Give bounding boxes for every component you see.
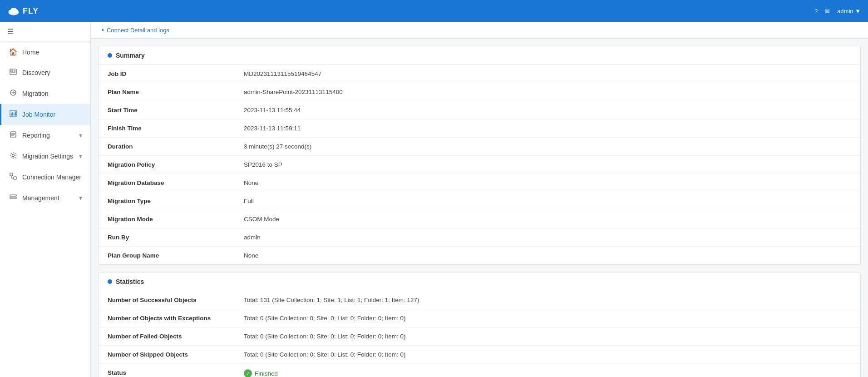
summary-row: Migration Policy SP2016 to SP: [99, 156, 860, 174]
top-navigation: FLY ? ✉ admin ▼: [0, 0, 868, 22]
summary-field-label: Migration Policy: [99, 156, 235, 174]
statistics-row: Number of Objects with Exceptions Total:…: [99, 309, 860, 327]
summary-field-label: Start Time: [99, 101, 235, 119]
summary-row: Start Time 2023-11-13 11:55:44: [99, 101, 860, 119]
summary-field-label: Migration Database: [99, 174, 235, 192]
summary-field-value: Full: [235, 192, 860, 210]
summary-row: Migration Database None: [99, 174, 860, 192]
nav-right: ? ✉ admin ▼: [814, 8, 861, 15]
user-menu[interactable]: admin ▼: [837, 8, 861, 15]
management-arrow: ▼: [78, 195, 83, 201]
sidebar-item-management[interactable]: Management ▼: [0, 188, 90, 208]
summary-field-value: 2023-11-13 11:55:44: [235, 101, 860, 119]
statistics-row: Number of Failed Objects Total: 0 (Site …: [99, 327, 860, 346]
svg-point-3: [10, 8, 17, 13]
statistics-field-label: Number of Successful Objects: [99, 291, 235, 309]
sidebar-label-reporting: Reporting: [22, 132, 74, 139]
sidebar-label-connection-manager: Connection Manager: [22, 174, 83, 181]
sidebar-label-discovery: Discovery: [22, 69, 83, 76]
summary-title: Summary: [116, 52, 145, 59]
summary-field-label: Run By: [99, 228, 235, 246]
summary-dot: [108, 53, 112, 58]
svg-point-19: [12, 154, 15, 157]
sidebar-label-migration-settings: Migration Settings: [22, 153, 74, 160]
sidebar-toggle[interactable]: ☰: [0, 22, 90, 42]
svg-rect-24: [10, 195, 16, 196]
summary-row: Migration Mode CSOM Mode: [99, 210, 860, 228]
summary-row: Plan Name admin-SharePoint-2023111311540…: [99, 83, 860, 101]
statistics-field-label: Status: [99, 364, 235, 377]
statistics-field-value: ✓ Finished: [235, 364, 860, 377]
reporting-arrow: ▼: [78, 133, 83, 138]
summary-field-value: MD20231113115519464547: [235, 65, 860, 83]
summary-field-label: Migration Mode: [99, 210, 235, 228]
summary-field-value: None: [235, 247, 860, 264]
main-content: • Connect Detail and logs Summary Job ID…: [91, 22, 868, 377]
job-monitor-icon: [9, 110, 18, 119]
summary-field-value: admin-SharePoint-20231113115400: [235, 83, 860, 101]
sidebar-label-migration: Migration: [22, 90, 83, 97]
check-icon: ✓: [244, 369, 252, 377]
sidebar: ☰ 🏠 Home Discovery Migration Job Monitor: [0, 22, 91, 377]
summary-field-value: 2023-11-13 11:59:11: [235, 119, 860, 137]
migration-settings-arrow: ▼: [78, 154, 83, 159]
statistics-field-value: Total: 0 (Site Collection: 0; Site: 0; L…: [235, 309, 860, 327]
sidebar-label-job-monitor: Job Monitor: [22, 111, 83, 118]
home-icon: 🏠: [9, 48, 18, 56]
summary-field-label: Finish Time: [99, 119, 235, 137]
mail-icon[interactable]: ✉: [825, 8, 830, 15]
summary-section: Summary Job ID MD20231113115519464547 Pl…: [98, 46, 861, 265]
summary-field-value: SP2016 to SP: [235, 156, 860, 174]
statistics-dot: [108, 279, 112, 284]
sidebar-item-reporting[interactable]: Reporting ▼: [0, 125, 90, 146]
logo-icon: [7, 5, 20, 17]
svg-rect-21: [14, 177, 16, 179]
statistics-field-value: Total: 0 (Site Collection: 0; Site: 0; L…: [235, 346, 860, 363]
svg-rect-5: [11, 70, 13, 72]
summary-field-value: None: [235, 174, 860, 192]
summary-row: Duration 3 minute(s) 27 second(s): [99, 138, 860, 156]
summary-row: Job ID MD20231113115519464547: [99, 65, 860, 83]
summary-field-label: Job ID: [99, 65, 235, 83]
statistics-rows: Number of Successful Objects Total: 131 …: [99, 291, 860, 377]
statistics-row: Status ✓ Finished: [99, 364, 860, 377]
statistics-section: Statistics Number of Successful Objects …: [98, 272, 861, 377]
summary-header: Summary: [99, 46, 860, 65]
summary-field-label: Plan Group Name: [99, 247, 235, 264]
statistics-row: Number of Successful Objects Total: 131 …: [99, 291, 860, 309]
sidebar-item-discovery[interactable]: Discovery: [0, 62, 90, 83]
summary-field-value: 3 minute(s) 27 second(s): [235, 138, 860, 155]
statistics-row: Number of Skipped Objects Total: 0 (Site…: [99, 346, 860, 364]
content-area: Summary Job ID MD20231113115519464547 Pl…: [91, 46, 868, 377]
summary-row: Finish Time 2023-11-13 11:59:11: [99, 119, 860, 138]
sidebar-item-home[interactable]: 🏠 Home: [0, 42, 90, 62]
sidebar-item-migration-settings[interactable]: Migration Settings ▼: [0, 146, 90, 167]
summary-field-value: CSOM Mode: [235, 210, 860, 228]
sidebar-item-job-monitor[interactable]: Job Monitor: [0, 104, 90, 125]
migration-settings-icon: [9, 152, 18, 161]
summary-row: Plan Group Name None: [99, 247, 860, 264]
nav-left: FLY: [7, 5, 39, 17]
migration-icon: [9, 89, 18, 98]
logo-text: FLY: [23, 6, 39, 16]
sidebar-label-home: Home: [22, 49, 83, 56]
breadcrumb: • Connect Detail and logs: [91, 22, 868, 39]
status-badge: ✓ Finished: [244, 369, 278, 377]
breadcrumb-text: Connect Detail and logs: [107, 27, 169, 34]
statistics-field-value: Total: 0 (Site Collection: 0; Site: 0; L…: [235, 327, 860, 345]
app-body: ☰ 🏠 Home Discovery Migration Job Monitor: [0, 22, 868, 377]
reporting-icon: [9, 131, 18, 140]
summary-field-label: Migration Type: [99, 192, 235, 210]
svg-rect-20: [10, 173, 13, 176]
connection-manager-icon: [9, 173, 18, 182]
summary-field-label: Plan Name: [99, 83, 235, 101]
logo: FLY: [7, 5, 39, 17]
sidebar-item-migration[interactable]: Migration: [0, 83, 90, 104]
summary-row: Run By admin: [99, 228, 860, 247]
management-icon: [9, 193, 18, 203]
statistics-field-label: Number of Objects with Exceptions: [99, 309, 235, 327]
summary-rows: Job ID MD20231113115519464547 Plan Name …: [99, 65, 860, 264]
help-icon[interactable]: ?: [814, 8, 818, 15]
sidebar-label-management: Management: [22, 194, 74, 202]
sidebar-item-connection-manager[interactable]: Connection Manager: [0, 167, 90, 188]
